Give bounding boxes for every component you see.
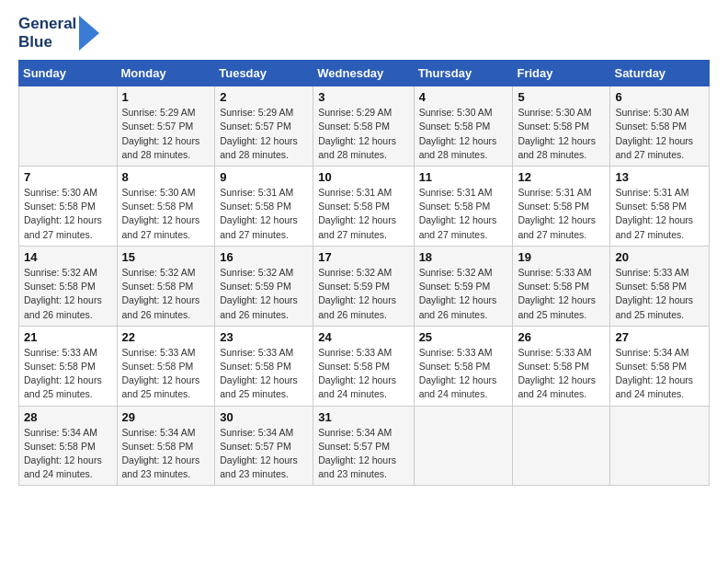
day-info: Sunrise: 5:29 AMSunset: 5:58 PMDaylight:… <box>318 106 408 162</box>
day-cell: 17Sunrise: 5:32 AMSunset: 5:59 PMDayligh… <box>313 246 414 326</box>
day-number: 30 <box>220 410 308 424</box>
week-row-1: 1Sunrise: 5:29 AMSunset: 5:57 PMDaylight… <box>19 86 710 167</box>
day-cell: 26Sunrise: 5:33 AMSunset: 5:58 PMDayligh… <box>513 326 610 406</box>
day-info: Sunrise: 5:31 AMSunset: 5:58 PMDaylight:… <box>419 186 508 242</box>
weekday-header-tuesday: Tuesday <box>215 61 313 86</box>
day-number: 23 <box>220 330 308 344</box>
day-info: Sunrise: 5:33 AMSunset: 5:58 PMDaylight:… <box>122 346 210 402</box>
day-number: 2 <box>220 90 308 104</box>
day-cell: 8Sunrise: 5:30 AMSunset: 5:58 PMDaylight… <box>117 166 215 246</box>
day-cell: 20Sunrise: 5:33 AMSunset: 5:58 PMDayligh… <box>610 246 710 326</box>
day-info: Sunrise: 5:30 AMSunset: 5:58 PMDaylight:… <box>419 106 508 162</box>
day-cell: 11Sunrise: 5:31 AMSunset: 5:58 PMDayligh… <box>414 166 513 246</box>
day-number: 14 <box>24 250 112 264</box>
logo-chevron-icon <box>79 16 99 51</box>
day-number: 9 <box>220 170 308 184</box>
day-info: Sunrise: 5:32 AMSunset: 5:58 PMDaylight:… <box>24 266 112 322</box>
day-info: Sunrise: 5:31 AMSunset: 5:58 PMDaylight:… <box>615 186 704 242</box>
day-number: 22 <box>122 330 210 344</box>
day-info: Sunrise: 5:33 AMSunset: 5:58 PMDaylight:… <box>220 346 308 402</box>
day-number: 26 <box>518 330 605 344</box>
weekday-header-friday: Friday <box>513 61 610 86</box>
day-cell: 4Sunrise: 5:30 AMSunset: 5:58 PMDaylight… <box>414 86 513 167</box>
day-info: Sunrise: 5:30 AMSunset: 5:58 PMDaylight:… <box>24 186 112 242</box>
day-number: 4 <box>419 90 508 104</box>
day-cell: 28Sunrise: 5:34 AMSunset: 5:58 PMDayligh… <box>19 406 118 486</box>
day-number: 24 <box>318 330 408 344</box>
day-info: Sunrise: 5:29 AMSunset: 5:57 PMDaylight:… <box>122 106 210 162</box>
day-info: Sunrise: 5:33 AMSunset: 5:58 PMDaylight:… <box>318 346 408 402</box>
week-row-4: 21Sunrise: 5:33 AMSunset: 5:58 PMDayligh… <box>19 326 710 406</box>
day-number: 20 <box>615 250 704 264</box>
day-number: 5 <box>518 90 605 104</box>
day-info: Sunrise: 5:32 AMSunset: 5:59 PMDaylight:… <box>220 266 308 322</box>
day-number: 6 <box>615 90 704 104</box>
day-info: Sunrise: 5:30 AMSunset: 5:58 PMDaylight:… <box>518 106 605 162</box>
day-number: 13 <box>615 170 704 184</box>
day-cell: 12Sunrise: 5:31 AMSunset: 5:58 PMDayligh… <box>513 166 610 246</box>
day-cell: 6Sunrise: 5:30 AMSunset: 5:58 PMDaylight… <box>610 86 710 167</box>
page-header: General Blue <box>18 15 710 51</box>
day-info: Sunrise: 5:34 AMSunset: 5:58 PMDaylight:… <box>615 346 704 402</box>
day-number: 12 <box>518 170 605 184</box>
day-cell: 21Sunrise: 5:33 AMSunset: 5:58 PMDayligh… <box>19 326 118 406</box>
weekday-header-sunday: Sunday <box>19 61 118 86</box>
day-cell: 16Sunrise: 5:32 AMSunset: 5:59 PMDayligh… <box>215 246 313 326</box>
day-cell: 19Sunrise: 5:33 AMSunset: 5:58 PMDayligh… <box>513 246 610 326</box>
day-info: Sunrise: 5:34 AMSunset: 5:57 PMDaylight:… <box>318 426 408 482</box>
day-number: 1 <box>122 90 210 104</box>
day-number: 16 <box>220 250 308 264</box>
day-cell: 24Sunrise: 5:33 AMSunset: 5:58 PMDayligh… <box>313 326 414 406</box>
day-cell: 29Sunrise: 5:34 AMSunset: 5:58 PMDayligh… <box>117 406 215 486</box>
day-cell <box>19 86 118 167</box>
week-row-2: 7Sunrise: 5:30 AMSunset: 5:58 PMDaylight… <box>19 166 710 246</box>
day-cell <box>414 406 513 486</box>
day-number: 25 <box>419 330 508 344</box>
week-row-5: 28Sunrise: 5:34 AMSunset: 5:58 PMDayligh… <box>19 406 710 486</box>
day-info: Sunrise: 5:32 AMSunset: 5:58 PMDaylight:… <box>122 266 210 322</box>
day-info: Sunrise: 5:33 AMSunset: 5:58 PMDaylight:… <box>518 266 605 322</box>
day-number: 10 <box>318 170 408 184</box>
day-info: Sunrise: 5:33 AMSunset: 5:58 PMDaylight:… <box>419 346 508 402</box>
day-number: 27 <box>615 330 704 344</box>
day-info: Sunrise: 5:30 AMSunset: 5:58 PMDaylight:… <box>615 106 704 162</box>
day-number: 7 <box>24 170 112 184</box>
weekday-header-monday: Monday <box>117 61 215 86</box>
day-info: Sunrise: 5:32 AMSunset: 5:59 PMDaylight:… <box>318 266 408 322</box>
day-info: Sunrise: 5:34 AMSunset: 5:58 PMDaylight:… <box>24 426 112 482</box>
day-number: 21 <box>24 330 112 344</box>
day-cell: 15Sunrise: 5:32 AMSunset: 5:58 PMDayligh… <box>117 246 215 326</box>
day-cell: 7Sunrise: 5:30 AMSunset: 5:58 PMDaylight… <box>19 166 118 246</box>
logo-text-general: General <box>18 15 76 33</box>
day-cell: 13Sunrise: 5:31 AMSunset: 5:58 PMDayligh… <box>610 166 710 246</box>
day-cell: 10Sunrise: 5:31 AMSunset: 5:58 PMDayligh… <box>313 166 414 246</box>
day-info: Sunrise: 5:34 AMSunset: 5:57 PMDaylight:… <box>220 426 308 482</box>
day-number: 8 <box>122 170 210 184</box>
weekday-header-thursday: Thursday <box>414 61 513 86</box>
day-cell: 3Sunrise: 5:29 AMSunset: 5:58 PMDaylight… <box>313 86 414 167</box>
day-number: 11 <box>419 170 508 184</box>
svg-marker-0 <box>79 16 99 51</box>
day-info: Sunrise: 5:31 AMSunset: 5:58 PMDaylight:… <box>220 186 308 242</box>
logo: General Blue <box>18 15 99 51</box>
day-cell: 5Sunrise: 5:30 AMSunset: 5:58 PMDaylight… <box>513 86 610 167</box>
day-number: 29 <box>122 410 210 424</box>
day-cell: 27Sunrise: 5:34 AMSunset: 5:58 PMDayligh… <box>610 326 710 406</box>
logo-text-blue: Blue <box>18 33 76 52</box>
day-info: Sunrise: 5:29 AMSunset: 5:57 PMDaylight:… <box>220 106 308 162</box>
calendar-table: SundayMondayTuesdayWednesdayThursdayFrid… <box>18 60 710 486</box>
weekday-header-row: SundayMondayTuesdayWednesdayThursdayFrid… <box>19 61 710 86</box>
day-number: 19 <box>518 250 605 264</box>
day-cell: 1Sunrise: 5:29 AMSunset: 5:57 PMDaylight… <box>117 86 215 167</box>
day-cell <box>610 406 710 486</box>
day-cell <box>513 406 610 486</box>
day-info: Sunrise: 5:32 AMSunset: 5:59 PMDaylight:… <box>419 266 508 322</box>
day-number: 18 <box>419 250 508 264</box>
day-info: Sunrise: 5:31 AMSunset: 5:58 PMDaylight:… <box>318 186 408 242</box>
weekday-header-saturday: Saturday <box>610 61 710 86</box>
day-info: Sunrise: 5:33 AMSunset: 5:58 PMDaylight:… <box>615 266 704 322</box>
day-number: 31 <box>318 410 408 424</box>
day-info: Sunrise: 5:33 AMSunset: 5:58 PMDaylight:… <box>518 346 605 402</box>
day-cell: 22Sunrise: 5:33 AMSunset: 5:58 PMDayligh… <box>117 326 215 406</box>
day-cell: 31Sunrise: 5:34 AMSunset: 5:57 PMDayligh… <box>313 406 414 486</box>
